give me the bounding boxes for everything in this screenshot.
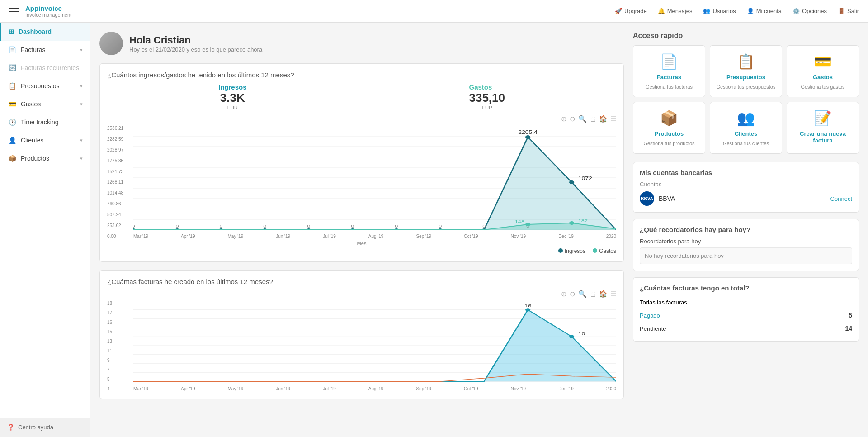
bank-row: BBVA BBVA Connect: [640, 191, 852, 206]
facturas-all-row: Todas las facturas: [640, 296, 852, 309]
menu-icon-2[interactable]: ☰: [610, 290, 616, 298]
clientes-icon: 👥: [737, 109, 755, 127]
quick-label-facturas: Facturas: [657, 74, 681, 81]
upgrade-button[interactable]: 🚀 Upgrade: [615, 8, 647, 14]
sidebar-item-clientes[interactable]: 👤 Clientes ▾: [0, 131, 90, 149]
salir-button[interactable]: 🚪 Salir: [838, 8, 859, 14]
facturas-pending-row: Pendiente 14: [640, 322, 852, 335]
quick-item-gastos[interactable]: 💳 Gastos Gestiona tus gastos: [787, 45, 859, 97]
chart1-svg-area: 2205.4 1072: [133, 126, 616, 230]
quick-item-presupuestos[interactable]: 📋 Presupuestos Gestiona tus presupuestos: [710, 45, 782, 97]
sidebar-item-gastos[interactable]: 💳 Gastos ▾: [0, 95, 90, 113]
svg-text:2205.4: 2205.4: [518, 130, 538, 135]
chart-ingresos-gastos: ¿Cuántos ingresos/gastos he tenido en lo…: [99, 63, 624, 262]
topbar: Appinvoice Invoice management 🚀 Upgrade …: [0, 0, 868, 23]
facturas-list: Todas las facturas Pagado 5 Pendiente 14: [640, 296, 852, 335]
svg-text:0: 0: [482, 224, 486, 228]
topbar-right: 🚀 Upgrade 🔔 Mensajes 👥 Usuarios 👤 Mi cue…: [615, 8, 859, 14]
chart1-stats: Ingresos 3.3K EUR Gastos 335,10 EUR: [107, 83, 616, 110]
chevron-down-icon-4: ▾: [80, 138, 83, 143]
bank-section-title: Mis cuentas bancarias: [640, 169, 852, 176]
zoom-out-icon-2[interactable]: ⊖: [570, 290, 576, 298]
quick-sub-productos: Gestiona tus productos: [643, 141, 694, 146]
magnify-icon-2[interactable]: 🔍: [578, 290, 587, 298]
gastos-label: Gastos: [469, 83, 505, 91]
svg-text:0: 0: [351, 224, 354, 228]
reminders-label: Recordatorios para hoy: [640, 238, 852, 245]
sidebar-label-presupuestos: Presupuestos: [21, 82, 60, 90]
nueva-factura-icon: 📝: [814, 109, 832, 127]
home-icon-2[interactable]: 🏠: [599, 290, 608, 298]
quick-label-gastos: Gastos: [813, 74, 833, 81]
chart1-y-labels: 2536.21 2282.59 2028.97 1775.35 1521.73 …: [107, 126, 132, 239]
reminders-title: ¿Qué recordatorios hay para hoy?: [640, 226, 852, 233]
chevron-down-icon-2: ▾: [80, 83, 83, 89]
chart1-x-title: Mes: [107, 241, 616, 246]
usuarios-button[interactable]: 👥 Usuarios: [703, 8, 736, 14]
home-icon[interactable]: 🏠: [599, 115, 608, 123]
ingresos-currency: EUR: [218, 105, 247, 110]
chevron-down-icon-5: ▾: [80, 156, 83, 162]
sidebar-item-facturas[interactable]: 📄 Facturas ▾: [0, 41, 90, 59]
facturas-total-section: ¿Cuántas facturas tengo en total? Todas …: [633, 277, 859, 342]
chart2-y-labels: 18 17 16 15 13 11 9 7 5 4: [107, 301, 132, 391]
sidebar-label-facturas: Facturas: [21, 46, 45, 53]
sidebar-label-facturas-recurrentes: Facturas recurrentes: [21, 64, 79, 71]
mensajes-button[interactable]: 🔔 Mensajes: [658, 8, 693, 14]
quick-item-nueva-factura[interactable]: 📝 Crear una nueva factura: [787, 102, 859, 154]
sidebar-item-presupuestos[interactable]: 📋 Presupuestos ▾: [0, 77, 90, 95]
connect-button[interactable]: Connect: [830, 195, 852, 202]
svg-text:0: 0: [219, 224, 222, 228]
sidebar-label-clientes: Clientes: [21, 137, 44, 144]
legend-ingresos: Ingresos: [558, 248, 585, 254]
sidebar-item-dashboard[interactable]: ⊞ Dashboard: [0, 23, 90, 41]
opciones-button[interactable]: ⚙️ Opciones: [793, 8, 827, 14]
svg-point-53: [569, 335, 574, 338]
facturas-paid-row: Pagado 5: [640, 309, 852, 322]
sidebar-item-productos[interactable]: 📦 Productos ▾: [0, 149, 90, 167]
sidebar: ⊞ Dashboard 📄 Facturas ▾ 🔄 Facturas recu…: [0, 23, 90, 437]
facturas-pending-label: Pendiente: [640, 325, 666, 332]
facturas-icon: 📄: [660, 53, 678, 70]
zoom-in-icon-2[interactable]: ⊕: [561, 290, 567, 298]
welcome-title: Hola Cristian: [129, 34, 262, 46]
quick-item-productos[interactable]: 📦 Productos Gestiona tus productos: [633, 102, 705, 154]
quick-item-clientes[interactable]: 👥 Clientes Gestiona tus clientes: [710, 102, 782, 154]
svg-text:0: 0: [439, 224, 442, 228]
svg-text:0: 0: [307, 224, 310, 228]
avatar: [99, 32, 123, 55]
centro-ayuda-button[interactable]: ❓ Centro ayuda: [0, 418, 90, 437]
refresh-icon: 🔄: [9, 64, 16, 71]
print-icon[interactable]: 🖨: [590, 115, 596, 123]
clock-icon: 🕐: [9, 119, 16, 126]
hamburger-menu[interactable]: [9, 8, 19, 14]
quick-label-productos: Productos: [655, 130, 684, 137]
sidebar-label-time-tracking: Time tracking: [21, 119, 59, 126]
sidebar-label-productos: Productos: [21, 155, 49, 162]
sidebar-item-time-tracking[interactable]: 🕐 Time tracking: [0, 113, 90, 131]
zoom-out-icon[interactable]: ⊖: [570, 115, 576, 123]
gastos-currency: EUR: [469, 105, 505, 110]
quick-sub-clientes: Gestiona tus clientes: [723, 141, 769, 146]
svg-text:0: 0: [263, 224, 266, 228]
print-icon-2[interactable]: 🖨: [590, 290, 596, 298]
gastos-icon: 💳: [814, 53, 832, 70]
svg-point-12: [525, 135, 530, 139]
facturas-pending-count: 14: [845, 325, 852, 332]
quick-item-facturas[interactable]: 📄 Facturas Gestiona tus facturas: [633, 45, 705, 97]
quick-sub-gastos: Gestiona tus gastos: [801, 84, 844, 90]
facturas-paid-count: 5: [849, 312, 852, 319]
content: Hola Cristian Hoy es el 21/02/2020 y eso…: [90, 23, 868, 437]
magnify-icon[interactable]: 🔍: [578, 115, 587, 123]
welcome-text: Hola Cristian Hoy es el 21/02/2020 y eso…: [129, 34, 262, 53]
wallet-icon: 💳: [9, 100, 16, 108]
menu-icon[interactable]: ☰: [610, 115, 616, 123]
quick-access-title: Acceso rápido: [633, 32, 859, 40]
bank-section: Mis cuentas bancarias Cuentas BBVA BBVA …: [633, 162, 859, 213]
sidebar-item-facturas-recurrentes[interactable]: 🔄 Facturas recurrentes: [0, 59, 90, 77]
quick-label-clientes: Clientes: [735, 130, 758, 137]
zoom-in-icon[interactable]: ⊕: [561, 115, 567, 123]
welcome-subtitle: Hoy es el 21/02/2020 y eso es lo que par…: [129, 46, 262, 53]
reminders-empty: No hay recordatorios para hoy: [640, 247, 852, 264]
micuenta-button[interactable]: 👤 Mi cuenta: [747, 8, 782, 14]
